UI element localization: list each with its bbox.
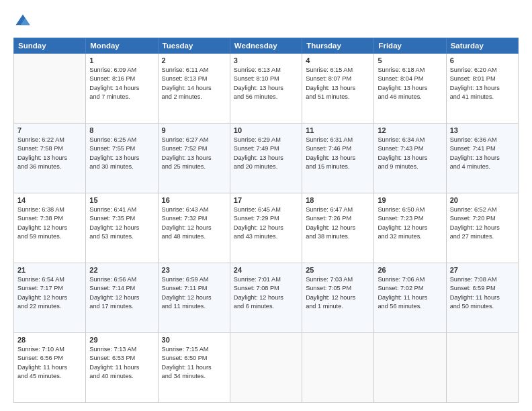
day-cell: 19Sunrise: 6:50 AM Sunset: 7:23 PM Dayli… [374,193,446,263]
day-info: Sunrise: 6:41 AM Sunset: 7:35 PM Dayligh… [89,205,154,241]
day-cell: 20Sunrise: 6:52 AM Sunset: 7:20 PM Dayli… [446,193,518,263]
day-info: Sunrise: 7:08 AM Sunset: 6:59 PM Dayligh… [450,275,515,311]
day-info: Sunrise: 6:09 AM Sunset: 8:16 PM Dayligh… [89,66,154,101]
day-info: Sunrise: 6:20 AM Sunset: 8:01 PM Dayligh… [450,66,515,101]
day-info: Sunrise: 6:25 AM Sunset: 7:55 PM Dayligh… [89,136,154,171]
day-info: Sunrise: 6:15 AM Sunset: 8:07 PM Dayligh… [306,66,370,101]
day-cell: 7Sunrise: 6:22 AM Sunset: 7:58 PM Daylig… [14,124,86,193]
day-cell: 30Sunrise: 7:15 AM Sunset: 6:50 PM Dayli… [158,333,230,403]
week-row-1: 7Sunrise: 6:22 AM Sunset: 7:58 PM Daylig… [14,124,519,193]
week-row-4: 28Sunrise: 7:10 AM Sunset: 6:56 PM Dayli… [14,333,519,403]
day-info: Sunrise: 7:10 AM Sunset: 6:56 PM Dayligh… [17,345,82,381]
day-cell [302,333,374,403]
day-info: Sunrise: 7:01 AM Sunset: 7:08 PM Dayligh… [234,275,298,311]
day-info: Sunrise: 6:29 AM Sunset: 7:49 PM Dayligh… [234,136,298,171]
header-cell-wednesday: Wednesday [230,38,302,54]
header-cell-friday: Friday [374,38,446,54]
day-info: Sunrise: 6:50 AM Sunset: 7:23 PM Dayligh… [378,205,442,241]
day-number: 7 [17,126,82,134]
day-cell: 12Sunrise: 6:34 AM Sunset: 7:43 PM Dayli… [374,124,446,193]
day-cell: 9Sunrise: 6:27 AM Sunset: 7:52 PM Daylig… [158,124,230,193]
day-number: 21 [17,266,82,274]
day-cell [230,333,302,403]
day-cell: 15Sunrise: 6:41 AM Sunset: 7:35 PM Dayli… [86,193,158,263]
day-number: 30 [162,336,226,344]
day-info: Sunrise: 6:27 AM Sunset: 7:52 PM Dayligh… [162,136,226,171]
day-info: Sunrise: 6:54 AM Sunset: 7:17 PM Dayligh… [17,275,82,311]
day-cell: 2Sunrise: 6:11 AM Sunset: 8:13 PM Daylig… [158,54,230,124]
header-cell-monday: Monday [86,38,158,54]
day-cell [446,333,518,403]
day-number: 22 [89,266,154,274]
header-cell-thursday: Thursday [302,38,374,54]
day-cell: 3Sunrise: 6:13 AM Sunset: 8:10 PM Daylig… [230,54,302,124]
day-number: 8 [89,126,154,134]
day-number: 25 [306,266,370,274]
day-cell: 26Sunrise: 7:06 AM Sunset: 7:02 PM Dayli… [374,263,446,333]
day-info: Sunrise: 6:22 AM Sunset: 7:58 PM Dayligh… [17,136,82,171]
day-number: 26 [378,266,442,274]
day-number: 29 [89,336,154,344]
calendar-table: SundayMondayTuesdayWednesdayThursdayFrid… [13,38,519,403]
day-info: Sunrise: 7:03 AM Sunset: 7:05 PM Dayligh… [306,275,370,311]
day-cell: 8Sunrise: 6:25 AM Sunset: 7:55 PM Daylig… [86,124,158,193]
day-number: 20 [450,196,515,204]
day-info: Sunrise: 7:13 AM Sunset: 6:53 PM Dayligh… [89,345,154,381]
week-row-3: 21Sunrise: 6:54 AM Sunset: 7:17 PM Dayli… [14,263,519,333]
day-number: 23 [162,266,226,274]
day-number: 19 [378,196,442,204]
day-cell: 18Sunrise: 6:47 AM Sunset: 7:26 PM Dayli… [302,193,374,263]
day-cell: 6Sunrise: 6:20 AM Sunset: 8:01 PM Daylig… [446,54,518,124]
logo [13,12,35,31]
day-info: Sunrise: 6:34 AM Sunset: 7:43 PM Dayligh… [378,136,442,171]
day-number: 3 [234,56,298,64]
day-number: 10 [234,126,298,134]
day-number: 5 [378,56,442,64]
day-cell: 21Sunrise: 6:54 AM Sunset: 7:17 PM Dayli… [14,263,86,333]
day-number: 28 [17,336,82,344]
day-info: Sunrise: 6:38 AM Sunset: 7:38 PM Dayligh… [17,205,82,241]
day-info: Sunrise: 6:43 AM Sunset: 7:32 PM Dayligh… [162,205,226,241]
day-cell: 13Sunrise: 6:36 AM Sunset: 7:41 PM Dayli… [446,124,518,193]
day-number: 4 [306,56,370,64]
day-cell: 17Sunrise: 6:45 AM Sunset: 7:29 PM Dayli… [230,193,302,263]
header-cell-saturday: Saturday [446,38,518,54]
header-cell-tuesday: Tuesday [158,38,230,54]
week-row-2: 14Sunrise: 6:38 AM Sunset: 7:38 PM Dayli… [14,193,519,263]
day-number: 9 [162,126,226,134]
header-row: SundayMondayTuesdayWednesdayThursdayFrid… [14,38,519,54]
day-cell: 24Sunrise: 7:01 AM Sunset: 7:08 PM Dayli… [230,263,302,333]
day-info: Sunrise: 7:06 AM Sunset: 7:02 PM Dayligh… [378,275,442,311]
day-cell: 11Sunrise: 6:31 AM Sunset: 7:46 PM Dayli… [302,124,374,193]
logo-icon [13,12,32,31]
page: SundayMondayTuesdayWednesdayThursdayFrid… [0,0,532,411]
day-cell [374,333,446,403]
day-number: 2 [162,56,226,64]
calendar-header: SundayMondayTuesdayWednesdayThursdayFrid… [14,38,519,54]
day-number: 15 [89,196,154,204]
day-number: 1 [89,56,154,64]
header-cell-sunday: Sunday [14,38,86,54]
day-cell [14,54,86,124]
day-cell: 25Sunrise: 7:03 AM Sunset: 7:05 PM Dayli… [302,263,374,333]
day-number: 6 [450,56,515,64]
day-number: 27 [450,266,515,274]
header [13,12,519,31]
day-cell: 1Sunrise: 6:09 AM Sunset: 8:16 PM Daylig… [86,54,158,124]
day-number: 14 [17,196,82,204]
day-number: 13 [450,126,515,134]
day-cell: 28Sunrise: 7:10 AM Sunset: 6:56 PM Dayli… [14,333,86,403]
day-info: Sunrise: 6:59 AM Sunset: 7:11 PM Dayligh… [162,275,226,311]
day-cell: 4Sunrise: 6:15 AM Sunset: 8:07 PM Daylig… [302,54,374,124]
day-cell: 29Sunrise: 7:13 AM Sunset: 6:53 PM Dayli… [86,333,158,403]
day-info: Sunrise: 6:11 AM Sunset: 8:13 PM Dayligh… [162,66,226,101]
day-number: 18 [306,196,370,204]
day-info: Sunrise: 6:31 AM Sunset: 7:46 PM Dayligh… [306,136,370,171]
day-cell: 22Sunrise: 6:56 AM Sunset: 7:14 PM Dayli… [86,263,158,333]
day-number: 12 [378,126,442,134]
day-cell: 16Sunrise: 6:43 AM Sunset: 7:32 PM Dayli… [158,193,230,263]
day-cell: 27Sunrise: 7:08 AM Sunset: 6:59 PM Dayli… [446,263,518,333]
day-cell: 10Sunrise: 6:29 AM Sunset: 7:49 PM Dayli… [230,124,302,193]
day-info: Sunrise: 6:45 AM Sunset: 7:29 PM Dayligh… [234,205,298,241]
week-row-0: 1Sunrise: 6:09 AM Sunset: 8:16 PM Daylig… [14,54,519,124]
